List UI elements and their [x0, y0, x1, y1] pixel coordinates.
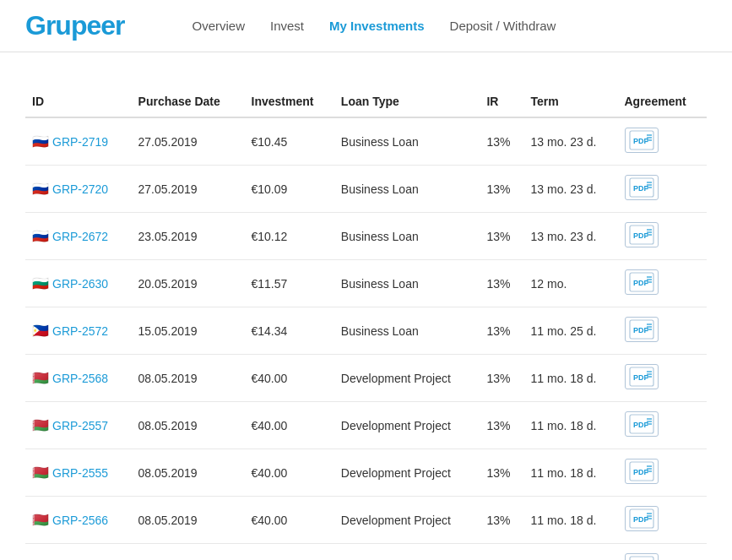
pdf-icon: PDF [629, 272, 654, 292]
cell-agreement[interactable]: PDF [618, 307, 708, 355]
cell-investment: €10.12 [245, 213, 334, 260]
cell-agreement[interactable]: PDF [618, 402, 708, 449]
pdf-download-button[interactable]: PDF [625, 128, 659, 153]
cell-term: 13 mo. 23 d. [524, 213, 618, 260]
cell-id: 🇧🇾GRP-2555 [25, 449, 132, 497]
col-ir: IR [480, 86, 523, 117]
cell-ir: 13% [480, 402, 523, 449]
main-nav: Overview Invest My Investments Deposit /… [192, 19, 556, 33]
cell-investment: €40.00 [245, 497, 334, 544]
pdf-download-button[interactable]: PDF [625, 269, 659, 295]
investment-id-link[interactable]: GRP-2568 [52, 372, 108, 385]
pdf-download-button[interactable]: PDF [625, 506, 659, 531]
table-body: 🇷🇺GRP-2719 27.05.2019 €10.45 Business Lo… [25, 117, 707, 560]
pdf-download-button[interactable]: PDF [625, 364, 659, 389]
cell-loan-type: Development Project [334, 402, 480, 449]
cell-date: 20.05.2019 [132, 260, 245, 307]
cell-term: 12 mo. [524, 260, 618, 307]
cell-loan-type: Development Project [334, 497, 480, 544]
cell-date: 08.05.2019 [132, 449, 245, 497]
pdf-icon: PDF [629, 225, 654, 245]
table-row: 🇧🇾GRP-2566 08.05.2019 €40.00 Development… [25, 497, 707, 544]
flag-icon: 🇵🇭 [32, 323, 49, 338]
flag-icon: 🇧🇾 [32, 371, 49, 385]
investment-id-link[interactable]: GRP-2557 [52, 419, 108, 432]
table-row: 🇧🇾GRP-2555 08.05.2019 €40.00 Development… [25, 449, 707, 497]
svg-text:PDF: PDF [633, 468, 649, 476]
cell-investment: €11.57 [245, 260, 334, 307]
cell-ir: 13% [480, 307, 523, 355]
investment-id-link[interactable]: GRP-2719 [52, 135, 108, 149]
cell-agreement[interactable]: PDF [618, 449, 708, 497]
cell-loan-type: Business Loan [334, 117, 480, 166]
cell-agreement[interactable]: PDF [618, 117, 708, 166]
investment-id-link[interactable]: GRP-2672 [52, 230, 108, 243]
investment-id-link[interactable]: GRP-2566 [52, 514, 108, 527]
cell-id: 🇧🇾GRP-2566 [25, 497, 132, 544]
main-content: ID Purchase Date Investment Loan Type IR… [0, 52, 732, 560]
investment-id-link[interactable]: GRP-2555 [52, 466, 108, 480]
col-id: ID [25, 86, 132, 117]
flag-icon: 🇷🇺 [32, 182, 49, 196]
table-row: 🇷🇺GRP-2719 27.05.2019 €10.45 Business Lo… [25, 117, 707, 166]
svg-text:PDF: PDF [633, 231, 649, 240]
pdf-icon: PDF [629, 367, 654, 387]
cell-agreement[interactable]: PDF [618, 213, 708, 260]
cell-ir: 13% [480, 117, 523, 166]
cell-date: 27.05.2019 [132, 117, 245, 166]
nav-invest[interactable]: Invest [270, 19, 304, 33]
cell-loan-type: Development Project [334, 355, 480, 402]
cell-ir: 13% [480, 260, 523, 307]
investment-id-link[interactable]: GRP-2630 [52, 277, 108, 291]
cell-investment: €40.00 [245, 449, 334, 497]
nav-my-investments[interactable]: My Investments [329, 19, 425, 33]
svg-text:PDF: PDF [633, 373, 649, 382]
table-row: 🇵🇭GRP-2572 15.05.2019 €14.34 Business Lo… [25, 307, 707, 355]
cell-agreement[interactable]: PDF [618, 355, 708, 402]
flag-icon: 🇧🇾 [32, 418, 49, 432]
cell-term: 11 mo. 18 d. [524, 544, 618, 561]
pdf-download-button[interactable]: PDF [625, 317, 659, 342]
cell-term: 11 mo. 25 d. [524, 307, 618, 355]
pdf-icon: PDF [629, 177, 654, 198]
cell-agreement[interactable]: PDF [618, 544, 708, 561]
svg-rect-45 [630, 557, 653, 560]
pdf-download-button[interactable]: PDF [625, 175, 659, 200]
cell-date: 08.05.2019 [132, 544, 245, 561]
cell-ir: 13% [480, 213, 523, 260]
pdf-icon: PDF [629, 556, 654, 560]
cell-term: 11 mo. 18 d. [524, 355, 618, 402]
cell-investment: €40.00 [245, 544, 334, 561]
cell-id: 🇷🇺GRP-2720 [25, 166, 132, 213]
cell-agreement[interactable]: PDF [618, 166, 708, 213]
nav-deposit-withdraw[interactable]: Deposit / Withdraw [450, 19, 556, 33]
header: Grupeer Overview Invest My Investments D… [0, 0, 732, 52]
pdf-download-button[interactable]: PDF [625, 222, 659, 247]
cell-loan-type: Development Project [334, 544, 480, 561]
cell-loan-type: Business Loan [334, 166, 480, 213]
pdf-download-button[interactable]: PDF [625, 553, 659, 560]
cell-id: 🇧🇾GRP-2565 [25, 544, 132, 561]
cell-agreement[interactable]: PDF [618, 260, 708, 307]
cell-term: 11 mo. 18 d. [524, 402, 618, 449]
cell-agreement[interactable]: PDF [618, 497, 708, 544]
pdf-download-button[interactable]: PDF [625, 459, 659, 484]
cell-id: 🇵🇭GRP-2572 [25, 307, 132, 355]
investments-table: ID Purchase Date Investment Loan Type IR… [25, 86, 707, 560]
investment-id-link[interactable]: GRP-2572 [52, 324, 108, 338]
cell-id: 🇧🇬GRP-2630 [25, 260, 132, 307]
cell-date: 08.05.2019 [132, 497, 245, 544]
nav-overview[interactable]: Overview [192, 19, 245, 33]
table-row: 🇷🇺GRP-2672 23.05.2019 €10.12 Business Lo… [25, 213, 707, 260]
pdf-icon: PDF [629, 319, 654, 340]
cell-term: 11 mo. 18 d. [524, 449, 618, 497]
cell-ir: 13% [480, 355, 523, 402]
cell-date: 08.05.2019 [132, 355, 245, 402]
cell-loan-type: Business Loan [334, 307, 480, 355]
svg-text:PDF: PDF [633, 137, 649, 145]
col-term: Term [524, 86, 618, 117]
cell-term: 13 mo. 23 d. [524, 166, 618, 213]
flag-icon: 🇷🇺 [32, 229, 49, 243]
investment-id-link[interactable]: GRP-2720 [52, 182, 108, 196]
pdf-download-button[interactable]: PDF [625, 411, 659, 437]
